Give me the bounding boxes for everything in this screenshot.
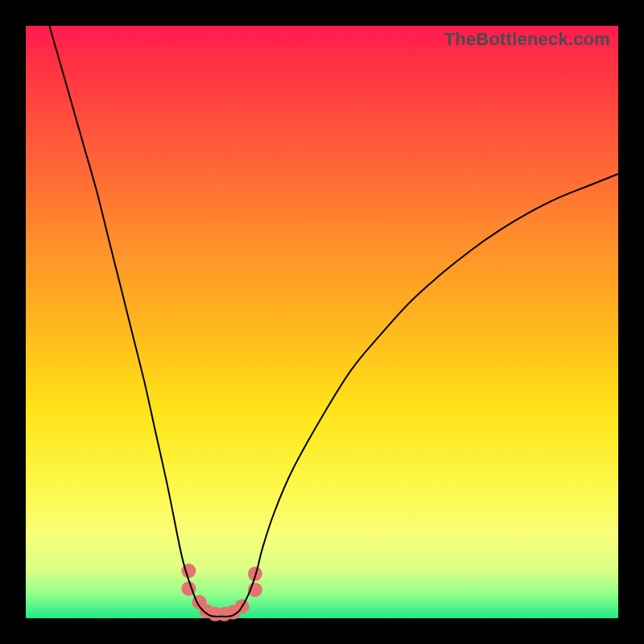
chart-plot-area: TheBottleneck.com <box>26 26 618 618</box>
curve-left-path <box>49 26 203 611</box>
curve-right-path <box>239 174 618 611</box>
curve-layer <box>26 26 618 618</box>
chart-frame: TheBottleneck.com <box>0 0 644 644</box>
